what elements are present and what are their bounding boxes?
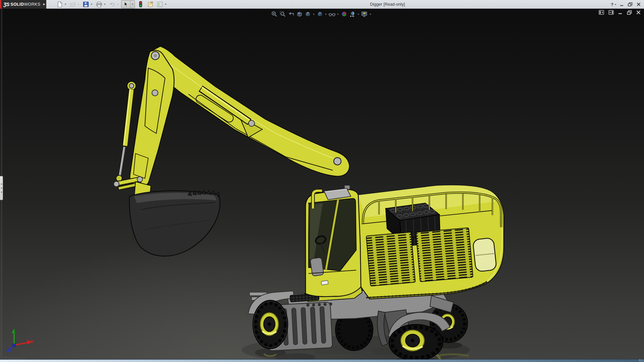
new-document-button[interactable]: [56, 1, 64, 8]
undo-dropdown-arrow[interactable]: ▾: [116, 3, 119, 6]
open-dropdown-arrow[interactable]: ▾: [77, 3, 80, 6]
close-icon: [637, 2, 641, 6]
hide-show-items-button[interactable]: [328, 10, 336, 18]
triad-x-axis: [14, 343, 28, 345]
panel-collapse-handle[interactable]: ◂ ◂ ◂: [0, 176, 3, 200]
view-settings-button[interactable]: [361, 10, 368, 18]
apply-scene-dropdown-arrow[interactable]: ▾: [357, 13, 360, 16]
previous-view-icon: [288, 11, 294, 17]
collapse-arrow-icon: ◂: [1, 183, 2, 185]
expand-left-pane-button[interactable]: [599, 10, 604, 15]
display-style-icon: [317, 11, 323, 17]
boom-assembly[interactable]: [114, 46, 350, 188]
hide-show-dropdown-arrow[interactable]: ▾: [336, 13, 339, 16]
select-tool-button[interactable]: ▾: [121, 0, 135, 8]
door-handle: [321, 281, 328, 285]
graphics-viewport[interactable]: ▾ ▾ ▾: [0, 9, 644, 362]
select-cursor-icon: [123, 1, 128, 7]
help-dropdown-arrow[interactable]: ▾: [615, 3, 616, 6]
main-toolbar: ▾ ▾ ▾: [56, 0, 169, 9]
reference-triad: [3, 328, 35, 354]
new-document-icon: [57, 1, 63, 7]
appearance-ball-icon: [341, 11, 347, 17]
document-window-controls: [599, 10, 641, 15]
file-properties-icon: [147, 1, 154, 7]
doc-close-button[interactable]: [636, 10, 641, 14]
traffic-light-icon: [138, 1, 143, 7]
doc-minimize-icon: [618, 10, 623, 14]
view-orientation-dropdown-arrow[interactable]: ▾: [312, 13, 315, 16]
close-button[interactable]: [636, 2, 641, 7]
zoom-to-fit-icon: [271, 11, 278, 17]
doc-minimize-button[interactable]: [618, 10, 623, 14]
zoom-to-fit-button[interactable]: [270, 10, 278, 18]
section-view-button[interactable]: [296, 10, 303, 18]
collapse-arrow-icon: ◂: [1, 191, 2, 193]
options-button[interactable]: [156, 1, 164, 8]
solidworks-logo: ƷS SOLIDWORKS ▶: [0, 0, 46, 9]
options-checklist-icon: [157, 1, 163, 7]
headsup-view-toolbar: ▾ ▾ ▾: [270, 10, 372, 18]
save-button[interactable]: [82, 1, 90, 8]
menu-flyout-arrow[interactable]: ▶: [43, 3, 45, 6]
3ds-logo-mark: ƷS: [3, 1, 9, 7]
apply-scene-icon: [349, 11, 356, 17]
open-folder-icon: [70, 1, 76, 7]
restore-button[interactable]: [628, 2, 633, 7]
zoom-to-area-icon: [279, 11, 286, 17]
side-grille-right: [416, 228, 473, 282]
cab[interactable]: [306, 185, 361, 297]
section-view-icon: [296, 11, 303, 17]
previous-view-button[interactable]: [287, 10, 295, 18]
view-settings-icon: [361, 11, 368, 17]
printer-icon: [96, 1, 102, 7]
options-dropdown-arrow[interactable]: ▾: [164, 3, 167, 6]
digger-model[interactable]: [0, 9, 644, 362]
print-dropdown-arrow[interactable]: ▾: [103, 3, 106, 6]
expand-right-pane-button[interactable]: [608, 10, 614, 15]
title-window-controls: ? ▾: [611, 0, 641, 9]
zoom-to-area-button[interactable]: [279, 10, 286, 18]
title-bar: ƷS SOLIDWORKS ▶ ▾ ▾: [0, 0, 644, 9]
resize-grip[interactable]: [639, 359, 644, 362]
expand-left-pane-icon: [599, 10, 604, 15]
minimize-button[interactable]: [619, 2, 625, 7]
solidworks-wordmark: SOLIDWORKS: [10, 2, 40, 7]
display-style-button[interactable]: [316, 10, 324, 18]
doc-restore-icon: [627, 10, 632, 15]
window-bottom-edge: [0, 359, 644, 362]
save-floppy-icon: [83, 1, 89, 7]
undo-arrow-icon: [109, 1, 115, 7]
dipper-arm[interactable]: [130, 50, 174, 186]
side-grille-left: [366, 232, 416, 286]
bucket[interactable]: [129, 182, 220, 256]
eyeglasses-icon: [328, 11, 336, 17]
expand-right-pane-icon: [608, 10, 614, 15]
display-style-dropdown-arrow[interactable]: ▾: [324, 13, 327, 16]
open-button[interactable]: [69, 1, 77, 8]
rebuild-button[interactable]: [137, 1, 145, 8]
collapse-arrow-icon: ◂: [1, 187, 2, 189]
wheel-front-right[interactable]: [389, 324, 443, 361]
save-dropdown-arrow[interactable]: ▾: [90, 3, 93, 6]
doc-restore-button[interactable]: [627, 10, 632, 15]
print-button[interactable]: [95, 1, 103, 8]
bucket-cylinder[interactable]: [116, 89, 131, 181]
undo-button[interactable]: [108, 1, 116, 8]
logo-accent-stripe: [0, 0, 1, 9]
boom-base-pin: [334, 158, 341, 165]
select-dropdown-arrow[interactable]: ▾: [130, 3, 135, 6]
wheel-front-left[interactable]: [253, 300, 288, 349]
window-title: Digger [Read-only]: [370, 0, 405, 9]
main-boom[interactable]: [148, 46, 350, 176]
view-orientation-button[interactable]: [304, 10, 312, 18]
apply-scene-button[interactable]: [348, 10, 356, 18]
edit-appearance-button[interactable]: [340, 10, 348, 18]
view-settings-dropdown-arrow[interactable]: ▾: [369, 13, 372, 16]
help-button[interactable]: ?: [611, 2, 613, 7]
new-dropdown-arrow[interactable]: ▾: [64, 3, 67, 6]
minimize-icon: [620, 2, 624, 6]
doc-close-icon: [636, 10, 641, 14]
restore-icon: [628, 2, 633, 6]
file-properties-button[interactable]: [146, 1, 154, 8]
